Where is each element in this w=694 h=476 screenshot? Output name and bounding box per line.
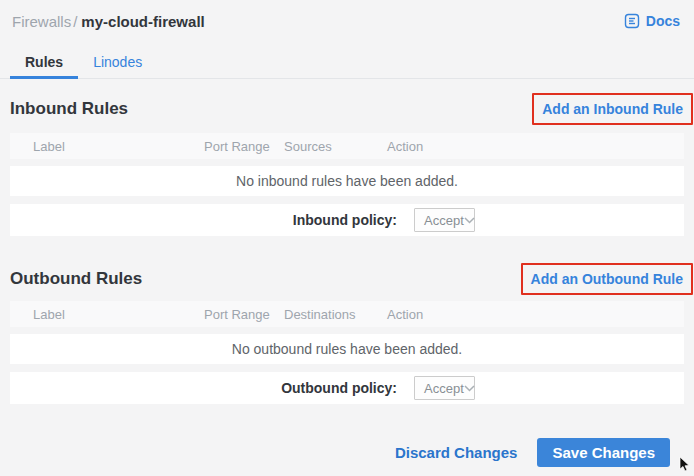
mouse-cursor-icon [679,457,691,473]
outbound-rules-title: Outbound Rules [10,269,142,289]
inbound-empty-message: No inbound rules have been added. [236,173,458,189]
topbar: Firewalls/my-cloud-firewall Docs [0,0,694,31]
outbound-empty-message: No outbound rules have been added. [232,341,462,357]
column-header-port-range: Port Range [204,307,284,322]
inbound-policy-value: Accept [424,213,464,228]
footer-actions: Discard Changes Save Changes [395,438,670,467]
column-header-label: Label [10,139,204,154]
docs-label: Docs [646,13,680,29]
document-icon [624,13,640,29]
inbound-rules-title: Inbound Rules [10,99,128,119]
annotation-box-outbound: Add an Outbound Rule [521,263,693,295]
add-inbound-rule-button[interactable]: Add an Inbound Rule [542,101,683,117]
inbound-rules-section: Inbound Rules Add an Inbound Rule Label … [0,93,694,236]
save-changes-button[interactable]: Save Changes [537,438,670,467]
breadcrumb-separator: / [73,13,77,30]
firewall-detail-page: Firewalls/my-cloud-firewall Docs Rules L… [0,0,694,476]
column-header-destinations: Destinations [284,307,387,322]
inbound-section-header: Inbound Rules Add an Inbound Rule [0,93,694,125]
discard-changes-button[interactable]: Discard Changes [395,444,518,461]
column-header-action: Action [387,307,467,322]
inbound-policy-row: Inbound policy: Accept [10,204,684,236]
inbound-empty-row: No inbound rules have been added. [10,166,684,196]
outbound-empty-row: No outbound rules have been added. [10,334,684,364]
docs-link[interactable]: Docs [624,13,682,29]
tab-bar: Rules Linodes [0,48,694,79]
inbound-policy-select[interactable]: Accept [414,208,475,232]
inbound-policy-label: Inbound policy: [293,212,397,228]
annotation-box-inbound: Add an Inbound Rule [532,93,693,125]
tab-rules[interactable]: Rules [10,48,78,78]
breadcrumb-firewalls-link[interactable]: Firewalls [12,13,71,30]
breadcrumb-current-firewall: my-cloud-firewall [81,13,204,30]
outbound-table-header: Label Port Range Destinations Action [10,301,684,327]
breadcrumb: Firewalls/my-cloud-firewall [12,12,205,31]
outbound-policy-row: Outbound policy: Accept [10,372,684,404]
chevron-down-icon [464,217,475,224]
outbound-policy-value: Accept [424,381,464,396]
column-header-action: Action [387,139,467,154]
tab-linodes[interactable]: Linodes [78,48,157,78]
add-outbound-rule-button[interactable]: Add an Outbound Rule [531,271,683,287]
column-header-label: Label [10,307,204,322]
outbound-policy-select[interactable]: Accept [414,376,475,400]
outbound-policy-label: Outbound policy: [281,380,397,396]
column-header-port-range: Port Range [204,139,284,154]
inbound-rules-table: Label Port Range Sources Action No inbou… [10,133,684,236]
outbound-rules-table: Label Port Range Destinations Action No … [10,301,684,404]
outbound-section-header: Outbound Rules Add an Outbound Rule [0,262,694,296]
inbound-table-header: Label Port Range Sources Action [10,133,684,159]
chevron-down-icon [464,385,475,392]
outbound-rules-section: Outbound Rules Add an Outbound Rule Labe… [0,262,694,404]
column-header-sources: Sources [284,139,387,154]
